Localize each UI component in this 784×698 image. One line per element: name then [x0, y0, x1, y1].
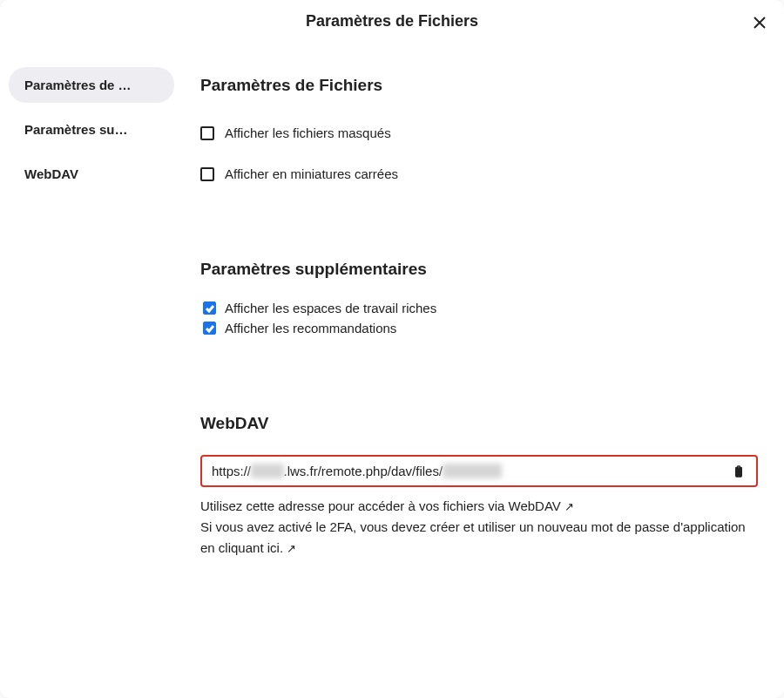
- url-host-masked: xxxxx: [251, 464, 284, 478]
- close-icon: [753, 16, 767, 30]
- close-button[interactable]: [749, 12, 770, 33]
- external-link-icon: ↗: [287, 540, 296, 559]
- checkbox-icon: [200, 167, 214, 181]
- checkbox-label: Afficher les fichiers masqués: [225, 125, 391, 140]
- webdav-section-title: WebDAV: [200, 414, 758, 433]
- checkbox-icon: [203, 322, 216, 335]
- files-section: Paramètres de Fichiers Afficher les fich…: [200, 76, 758, 181]
- webdav-section: WebDAV https://xxxxx.lws.fr/remote.php/d…: [200, 414, 758, 559]
- modal-body: Paramètres de … Paramètres su… WebDAV Pa…: [0, 41, 784, 698]
- files-section-title: Paramètres de Fichiers: [200, 76, 758, 95]
- checkbox-recommendations[interactable]: Afficher les recommandations: [200, 321, 758, 335]
- checkbox-show-hidden[interactable]: Afficher les fichiers masqués: [200, 125, 758, 140]
- webdav-help-link[interactable]: Utilisez cette adresse pour accéder à vo…: [200, 498, 574, 513]
- sidebar-item-additional[interactable]: Paramètres su…: [9, 112, 174, 147]
- clipboard-icon: [732, 464, 746, 478]
- checkmark-icon: [205, 303, 215, 314]
- modal-header: Paramètres de Fichiers: [0, 0, 784, 41]
- sidebar-item-webdav[interactable]: WebDAV: [9, 156, 174, 192]
- checkbox-square-thumbnails[interactable]: Afficher en miniatures carrées: [200, 166, 758, 181]
- checkbox-icon: [203, 302, 216, 315]
- help-2fa-line1: Si vous avez activé le 2FA, vous devez c…: [200, 519, 746, 534]
- app-password-link[interactable]: en cliquant ici. ↗: [200, 540, 296, 555]
- settings-modal: Paramètres de Fichiers Paramètres de … P…: [0, 0, 784, 698]
- checkbox-label: Afficher les espaces de travail riches: [225, 301, 436, 315]
- copy-button[interactable]: [730, 463, 747, 480]
- checkbox-label: Afficher en miniatures carrées: [225, 166, 398, 181]
- checkmark-icon: [205, 323, 215, 334]
- sidebar-item-files[interactable]: Paramètres de …: [9, 67, 174, 103]
- checkbox-label: Afficher les recommandations: [225, 321, 396, 335]
- sidebar: Paramètres de … Paramètres su… WebDAV: [9, 41, 183, 698]
- url-mid: .lws.fr/remote.php/dav/files/: [284, 464, 443, 478]
- webdav-url-text: https://xxxxx.lws.fr/remote.php/dav/file…: [212, 464, 502, 478]
- checkbox-rich-workspaces[interactable]: Afficher les espaces de travail riches: [200, 301, 758, 315]
- url-user-masked: xxxxxxxxx: [443, 464, 502, 478]
- additional-section-title: Paramètres supplémentaires: [200, 260, 758, 279]
- url-prefix: https://: [212, 464, 251, 478]
- modal-title: Paramètres de Fichiers: [17, 12, 767, 30]
- webdav-help-text: Utilisez cette adresse pour accéder à vo…: [200, 496, 758, 559]
- webdav-url-field[interactable]: https://xxxxx.lws.fr/remote.php/dav/file…: [200, 455, 758, 487]
- external-link-icon: ↗: [564, 498, 574, 517]
- checkbox-icon: [200, 126, 214, 140]
- content-area: Paramètres de Fichiers Afficher les fich…: [183, 41, 775, 698]
- additional-section: Paramètres supplémentaires Afficher les …: [200, 260, 758, 335]
